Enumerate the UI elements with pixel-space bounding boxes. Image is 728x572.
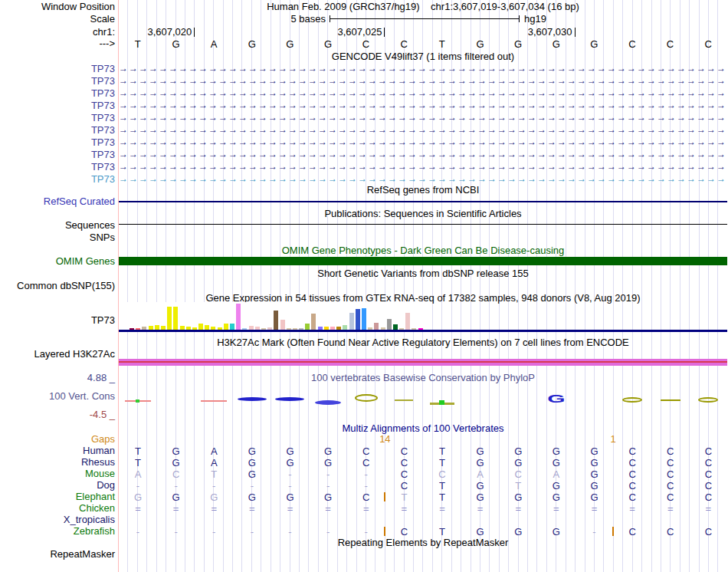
alignment-row-dog[interactable]: -------CTGTGGCCC — [119, 480, 727, 491]
species-label-rhesus[interactable]: Rhesus — [0, 457, 115, 468]
alignment-row-elephant[interactable]: GGGGGGCTTGGGGCCC — [119, 491, 727, 503]
gtex-tissue-bar[interactable] — [236, 304, 241, 330]
species-label-zebrafish[interactable]: Zebrafish — [0, 526, 115, 537]
alignment-base: C — [613, 468, 651, 480]
gtex-tissue-bar[interactable] — [349, 313, 354, 330]
alignment-row-rhesus[interactable]: TGAGGGCCTGGGGCCC — [119, 457, 727, 468]
gtex-tissue-bar[interactable] — [173, 307, 178, 330]
sequences-item[interactable] — [119, 224, 727, 225]
gencode-gene-label[interactable]: TP73 — [0, 63, 115, 74]
alignment-base: G — [271, 457, 310, 468]
h3k27ac-track-title: H3K27Ac Mark (Often Found Near Active Re… — [119, 337, 727, 348]
conservation-logo-ellipse — [238, 397, 267, 401]
alignment-base: C — [385, 468, 423, 480]
gtex-tissue-bar[interactable] — [167, 307, 172, 330]
species-label-mouse[interactable]: Mouse — [0, 468, 115, 479]
alignment-base: T — [423, 457, 461, 468]
base-letter: C — [347, 38, 385, 50]
gtex-gene-label[interactable]: TP73 — [0, 315, 115, 326]
gtex-baseline[interactable] — [119, 330, 727, 332]
alignment-base: G — [461, 491, 500, 503]
omim-genes-label[interactable]: OMIM Genes — [0, 256, 115, 267]
gtex-tissue-bar[interactable] — [311, 314, 316, 330]
conservation-logo-ring — [622, 397, 642, 403]
scale-ruler-line — [330, 18, 520, 19]
dbsnp-label[interactable]: Common dbSNP(155) — [0, 281, 115, 291]
gencode-gene-label[interactable]: TP73 — [0, 75, 115, 87]
alignment-base: G — [461, 445, 500, 457]
alignment-row-zebrafish[interactable]: -------CTGGG-CCC — [119, 526, 727, 537]
alignment-row-human[interactable]: TGAGGGCCTGGGGCCC — [119, 445, 727, 457]
gencode-gene-label[interactable]: TP73 — [0, 87, 115, 99]
species-label-human[interactable]: Human — [0, 445, 115, 456]
gencode-gene-label[interactable]: TP73 — [0, 173, 115, 185]
gencode-transcript-arrows[interactable]: →→→→→→→→→→→→→→→→→→→→→→→→→→→→→→→→→→→→→→→→… — [119, 136, 727, 149]
gencode-gene-label[interactable]: TP73 — [0, 161, 115, 173]
refseq-curated-item[interactable] — [119, 201, 727, 202]
conservation-min-label: -4.5 _ — [0, 409, 115, 420]
gtex-expression-barchart[interactable] — [119, 302, 430, 330]
alignment-base: G — [157, 491, 195, 503]
gencode-gene-label[interactable]: TP73 — [0, 136, 115, 148]
alignment-base: - — [309, 468, 347, 480]
gencode-transcript-arrows[interactable]: →→→→→→→→→→→→→→→→→→→→→→→→→→→→→→→→→→→→→→→→… — [119, 161, 727, 173]
gtex-tissue-bar[interactable] — [198, 324, 203, 330]
gtex-tissue-bar[interactable] — [405, 313, 410, 330]
gtex-tissue-bar[interactable] — [362, 308, 366, 330]
snps-label[interactable]: SNPs — [0, 232, 115, 243]
gtex-tissue-bar[interactable] — [274, 311, 278, 330]
scale-ruler-right-tick — [519, 15, 520, 22]
gencode-transcript-arrows[interactable]: →→→→→→→→→→→→→→→→→→→→→→→→→→→→→→→→→→→→→→→→… — [119, 124, 727, 136]
gtex-tissue-bar[interactable] — [280, 320, 285, 330]
alignment-base: G — [195, 491, 233, 503]
base-letter: C — [613, 38, 651, 50]
multiz-gaps-row[interactable]: 141 — [119, 434, 727, 445]
assembly-title: Human Feb. 2009 (GRCh37/hg19) — [267, 1, 419, 12]
refseq-curated-label[interactable]: RefSeq Curated — [0, 196, 115, 207]
alignment-base: = — [613, 503, 651, 514]
conservation-wiggle[interactable]: G — [119, 386, 727, 416]
gtex-tissue-bar[interactable] — [393, 324, 398, 330]
gtex-tissue-bar[interactable] — [224, 324, 228, 330]
alignment-row-x_tropicalis[interactable] — [119, 514, 727, 526]
species-label-dog[interactable]: Dog — [0, 480, 115, 491]
base-letter: G — [576, 38, 614, 50]
gencode-transcript-arrows[interactable]: →→→→→→→→→→→→→→→→→→→→→→→→→→→→→→→→→→→→→→→→… — [119, 149, 727, 161]
repeatmasker-track-title: Repeating Elements by RepeatMasker — [119, 537, 727, 548]
alignment-row-mouse[interactable]: ACTG---CCACAGCCC — [119, 468, 727, 480]
conservation-label[interactable]: 100 Vert. Cons — [0, 391, 115, 402]
alignment-base: G — [461, 480, 500, 491]
gencode-gene-label[interactable]: TP73 — [0, 100, 115, 111]
gencode-gene-label[interactable]: TP73 — [0, 149, 115, 160]
gencode-transcript-arrows[interactable]: →→→→→→→→→→→→→→→→→→→→→→→→→→→→→→→→→→→→→→→→… — [119, 75, 727, 87]
alignment-base: - — [576, 526, 614, 537]
gtex-tissue-bar[interactable] — [374, 323, 379, 330]
omim-gene-bar[interactable] — [119, 257, 727, 265]
conservation-logo-ellipse — [275, 397, 304, 401]
repeatmasker-label[interactable]: RepeatMasker — [0, 549, 115, 560]
multiz-gaps-label[interactable]: Gaps — [0, 434, 115, 445]
refseq-track-title: RefSeq genes from NCBI — [119, 185, 727, 196]
gtex-tissue-bar[interactable] — [230, 324, 234, 330]
gencode-gene-label[interactable]: TP73 — [0, 124, 115, 136]
gtex-tissue-bar[interactable] — [356, 309, 360, 330]
species-label-chicken[interactable]: Chicken — [0, 503, 115, 514]
genome-browser-image: Window Position Human Feb. 2009 (GRCh37/… — [0, 0, 728, 572]
gencode-transcript-arrows[interactable]: →→→→→→→→→→→→→→→→→→→→→→→→→→→→→→→→→→→→→→→→… — [119, 112, 727, 124]
alignment-base: C — [689, 526, 727, 537]
alignment-row-chicken[interactable]: ================ — [119, 503, 727, 514]
species-label-elephant[interactable]: Elephant — [0, 491, 115, 502]
gencode-transcript-arrows[interactable]: →→→→→→→→→→→→→→→→→→→→→→→→→→→→→→→→→→→→→→→→… — [119, 63, 727, 75]
alignment-base: C — [385, 480, 423, 491]
gencode-transcript-arrows[interactable]: →→→→→→→→→→→→→→→→→→→→→→→→→→→→→→→→→→→→→→→→… — [119, 87, 727, 100]
sequences-label[interactable]: Sequences — [0, 220, 115, 231]
h3k27ac-band-bottom[interactable] — [119, 363, 727, 366]
h3k27ac-label[interactable]: Layered H3K27Ac — [0, 349, 115, 360]
alignment-base: - — [195, 480, 233, 491]
gencode-transcript-arrows[interactable]: →→→→→→→→→→→→→→→→→→→→→→→→→→→→→→→→→→→→→→→→… — [119, 100, 727, 112]
gencode-gene-label[interactable]: TP73 — [0, 112, 115, 123]
gtex-tissue-bar[interactable] — [305, 324, 310, 330]
conservation-logo-ring — [698, 397, 718, 403]
gtex-tissue-bar[interactable] — [387, 319, 392, 330]
species-label-x_tropicalis[interactable]: X_tropicalis — [0, 514, 115, 525]
